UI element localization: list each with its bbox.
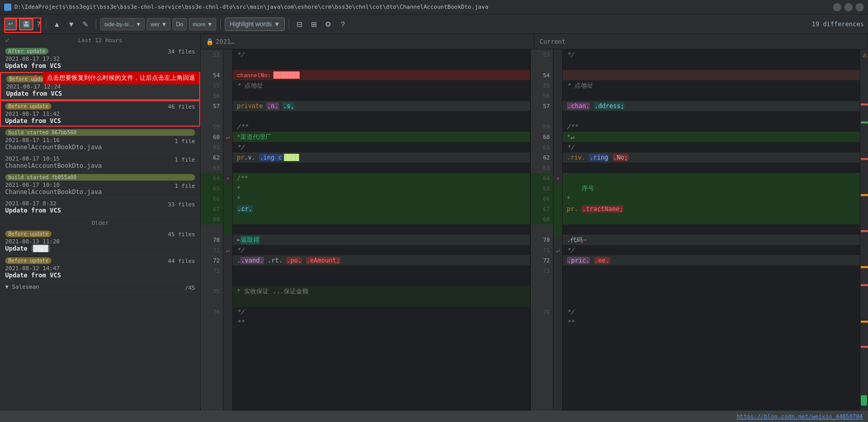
history-item-1[interactable]: After update 34 files 2021-08-17 17:32 U… [0,45,200,72]
line-num-l65: 65 [201,183,223,194]
code-line-l75: * 实收保证 ...保证金额 [233,286,530,296]
date-5: 2021-08-17 10:15 [5,155,195,162]
left-markers: ↵ » ↵ [223,49,233,411]
action-2: Update from VCS [6,90,194,97]
separator-3 [220,19,221,29]
diff-header-left: 🔒 2021… [201,34,534,49]
help-icon-left[interactable]: ? [37,20,41,28]
history-item-10[interactable]: /45 ▼ Salesman [0,282,200,293]
code-line-l60: * 渠道代理厂 [233,132,530,142]
code-line-l71: */ [233,245,530,255]
date-1: 2021-08-17 17:32 [5,56,195,62]
check-icon: ✓ [5,36,9,44]
action-8: Update ████ [5,245,195,252]
diff-panel-right[interactable]: 53 54 55 56 57 59 60 61 62 63 64 65 [531,49,860,411]
line-num-l64: 64 [201,173,223,183]
diff-container: 🔒 2021… Current 53 54 55 56 [201,34,868,411]
columns-settings-button[interactable]: ⊟ [293,18,306,30]
date-3: 2021-08-17 11:42 [5,111,195,117]
rcode-53: */ [563,49,860,60]
rcode-sp3 [563,224,860,235]
file-count-2: 40 files [167,76,194,83]
file-count-3: 46 files [168,103,195,110]
code-line-l74 [233,276,530,286]
rcode-sp6 [563,296,860,307]
code-line-l76 [233,296,530,307]
file-count-9: 44 files [168,258,195,265]
history-item-7[interactable]: 33 files 2021-08-17 8:32 Update from VCS [0,198,200,217]
line-num-l55: 55 [201,80,223,91]
save-button[interactable] [19,18,33,30]
maximize-button[interactable]: □ [844,3,853,11]
date-9: 2021-08-12 14:47 [5,265,195,272]
side-by-side-button[interactable]: side-by-si… ▼ [100,18,145,30]
history-item-2[interactable]: Before update 40 files 2021-08-17 12:24 … [0,72,200,100]
sidebar[interactable]: ✓ → 点击想要恢复到什么时候的文件，让后点击左上角回退 Last 12 Hou… [0,34,201,411]
next-diff-button[interactable]: ▼ [65,18,77,30]
line-num-l61: 61 [201,142,223,152]
help-button[interactable]: ? [337,18,349,30]
line-num-l-empty [201,60,223,70]
history-item-9[interactable]: Before update 44 files 2021-08-12 14:47 … [0,255,200,282]
line-num-l56: 56 [201,91,223,101]
rline-60: 60 [531,132,553,142]
undo-button[interactable]: ↩ [4,18,17,30]
rline-59: 59 [531,121,553,132]
line-num-l76 [201,296,223,307]
line-num-l60: 60 [201,132,223,142]
rcode-59: /** [563,121,860,132]
date-6: 2021-08-17 10:10 [5,182,195,188]
code-line-l70: ← 返取得 [233,235,530,245]
highlight-words-button[interactable]: Highlight words ▼ [225,17,285,31]
separator-1 [46,19,46,29]
action-1: Update from VCS [5,62,195,69]
code-line-l68 [233,214,530,224]
line-num-l74 [201,276,223,286]
main-layout: ✓ → 点击想要恢复到什么时候的文件，让后点击左上角回退 Last 12 Hou… [0,34,868,411]
power-label: wer [150,21,160,27]
diff-panel-left[interactable]: 53 54 55 56 57 59 60 61 62 63 64 65 [201,49,530,411]
grid-button[interactable]: ⊞ [308,18,320,30]
rline-68: 68 [531,214,553,224]
date-8: 2021-08-13 11:20 [5,238,195,245]
status-url[interactable]: https://blog.csdn.net/weixin_44859704 [737,413,863,420]
line-num-l70: 70 [201,235,223,245]
date-2: 2021-08-17 12:24 [6,83,194,90]
power-button[interactable]: wer ▼ [147,18,170,30]
code-line-l66: * [233,194,530,204]
left-code: */ channelNo: ███████ * 点地址 private .n. … [233,49,530,411]
settings-button[interactable]: ⚙ [322,18,335,30]
line-num-l66: 66 [201,194,223,204]
rcode-sp4 [563,276,860,286]
history-item-8[interactable]: Before update 45 files 2021-08-13 11:20 … [0,228,200,255]
line-num-l63: 63 [201,163,223,173]
prev-diff-button[interactable]: ▲ [50,18,63,30]
rline-sp4 [531,276,553,286]
rline-64: 64 [531,173,553,183]
section-label-recent: Last 12 Hours [0,34,200,45]
diff-scrollmap[interactable]: ⚠ [860,49,868,411]
rline-73: 73 [531,266,553,276]
rcode-sp5 [563,286,860,296]
code-line-l77: */ [233,307,530,317]
code-line-l72: . .vand. .rt. .po. .eAmount; [233,255,530,266]
line-num-l71: 71 [201,245,223,255]
line-num-l68: 68 [201,214,223,224]
do-button[interactable]: Do [172,18,187,30]
rcode-sp2 [563,111,860,121]
section-label-older: Older [0,217,200,228]
close-button[interactable]: ✕ [856,3,864,11]
history-item-3[interactable]: Before update 46 files 2021-08-17 11:42 … [0,100,200,127]
line-num-l67: 67 [201,204,223,214]
line-num-l73: 73 [201,266,223,276]
before-update-badge-1: Before update [6,76,53,82]
build-badge-2: build started fb055a00 [5,174,195,181]
rcode-55: * 点地址 [563,80,860,91]
diff-header-right: Current [534,34,868,49]
history-item-6[interactable]: build started fb055a00 1 file 2021-08-17… [0,172,200,198]
more-button[interactable]: more ▼ [189,18,216,30]
minimize-button[interactable]: ─ [833,3,841,11]
edit-button[interactable]: ✎ [79,18,92,30]
history-item-4[interactable]: build started 867bb560 1 file 2021-08-17… [0,127,200,153]
history-item-5[interactable]: 1 file 2021-08-17 10:15 ChannelAccountBo… [0,153,200,172]
